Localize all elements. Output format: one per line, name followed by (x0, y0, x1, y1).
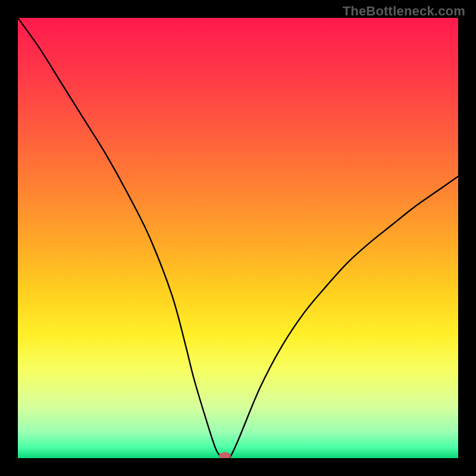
optimum-marker (219, 452, 231, 458)
bottleneck-curve (18, 18, 458, 458)
chart-frame: TheBottleneck.com (0, 0, 476, 476)
watermark-text: TheBottleneck.com (343, 4, 465, 19)
plot-area (18, 18, 458, 458)
